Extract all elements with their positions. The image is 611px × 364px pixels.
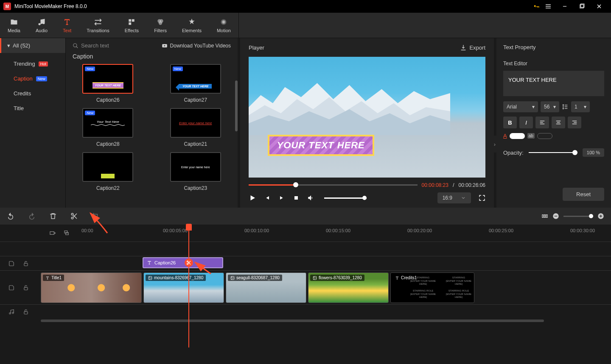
lock-track-icon[interactable] — [23, 261, 29, 267]
chevron-down-icon: ▾ — [532, 104, 535, 110]
svg-rect-64 — [24, 311, 28, 314]
player-progress-bar[interactable] — [249, 184, 418, 186]
template-caption26[interactable]: New YOUR TEXT HERE Caption26 — [73, 64, 143, 103]
align-left-button[interactable] — [535, 117, 549, 128]
sidebar-item-title[interactable]: Title — [0, 101, 65, 116]
tab-transitions[interactable]: Transitions — [79, 13, 117, 38]
gallery-section-title: Caption — [66, 53, 238, 64]
aspect-ratio-dropdown[interactable]: 16:9 — [437, 192, 471, 203]
lock-track-icon[interactable] — [23, 309, 29, 315]
folder-icon — [10, 18, 18, 26]
lock-track-icon[interactable] — [23, 285, 29, 291]
text-icon — [147, 260, 152, 265]
svg-point-63 — [12, 312, 14, 314]
close-button[interactable] — [596, 3, 608, 10]
video-clip-credits1[interactable]: Credits1 STARRING[ENTER YOUR NAME HERE]S… — [390, 272, 474, 303]
svg-rect-50 — [24, 263, 28, 266]
tab-elements[interactable]: Elements — [174, 13, 209, 38]
tab-motion[interactable]: Motion — [209, 13, 238, 38]
save-track-icon[interactable] — [8, 285, 14, 291]
video-clip-mountains[interactable]: mountains-8326967_1280 — [143, 272, 224, 303]
music-icon — [37, 18, 46, 26]
tab-effects[interactable]: Effects — [117, 13, 146, 38]
volume-slider[interactable] — [324, 197, 367, 199]
add-track-icon[interactable] — [49, 230, 56, 236]
maximize-button[interactable] — [579, 3, 591, 9]
stop-button[interactable] — [293, 195, 300, 201]
track-layers-icon[interactable] — [64, 230, 70, 236]
reset-button[interactable]: Reset — [563, 188, 604, 201]
delete-button[interactable] — [49, 212, 57, 220]
timeline-scrollbar[interactable] — [0, 319, 611, 323]
sidebar-item-caption[interactable]: Caption New — [0, 71, 65, 86]
svg-point-57 — [149, 277, 150, 278]
key-icon[interactable] — [533, 3, 540, 10]
sidebar-all-header[interactable]: ▾ All (52) — [0, 38, 65, 53]
tab-text[interactable]: Text — [55, 13, 79, 38]
gallery-scrollbar[interactable] — [235, 81, 238, 131]
chevron-down-icon: ▾ — [584, 104, 586, 110]
progress-handle[interactable] — [293, 182, 298, 187]
menu-icon[interactable] — [545, 3, 557, 10]
minimize-button[interactable] — [562, 3, 574, 9]
highlight-color-icon: ab — [527, 133, 535, 139]
text-color-swatch[interactable] — [510, 133, 525, 139]
music-track-icon[interactable] — [8, 309, 14, 315]
text-content-input[interactable] — [503, 71, 604, 96]
prev-frame-button[interactable] — [264, 195, 271, 201]
template-caption21[interactable]: Enter your name here Caption21 — [160, 108, 231, 147]
sidebar-item-credits[interactable]: Credits — [0, 86, 65, 101]
svg-point-59 — [232, 277, 233, 278]
font-dropdown[interactable]: Arial ▾ — [503, 101, 538, 112]
video-clip-seagull[interactable]: seagull-8320687_1280 — [226, 272, 306, 303]
zoom-out-button[interactable] — [552, 213, 559, 220]
save-track-icon[interactable] — [8, 261, 14, 267]
new-badge: New — [85, 111, 95, 115]
bold-button[interactable]: B — [503, 117, 517, 128]
highlight-color-swatch[interactable] — [537, 133, 552, 139]
fit-timeline-icon[interactable] — [541, 213, 548, 220]
collapse-panel-button[interactable]: › — [493, 136, 496, 153]
zoom-handle[interactable] — [589, 214, 593, 218]
timeline-ruler[interactable]: 00:00 00:00:05:00 00:00:10:00 00:00:15:0… — [81, 225, 611, 242]
template-caption27[interactable]: New YOUR TEXT HERE Caption27 — [160, 64, 231, 103]
video-clip-flowers[interactable]: flowers-8763039_1280 — [308, 272, 389, 303]
tab-media[interactable]: Media — [0, 13, 28, 38]
time-total: 00:00:26:06 — [459, 182, 485, 188]
template-caption22[interactable]: Caption22 — [73, 152, 143, 191]
line-spacing-dropdown[interactable]: 1 ▾ — [571, 101, 590, 112]
tab-filters[interactable]: Filters — [146, 13, 174, 38]
new-badge: New — [36, 76, 47, 81]
caption-overlay[interactable]: YOUR TEXT HERE — [268, 135, 374, 156]
italic-button[interactable]: I — [519, 117, 533, 128]
tab-audio[interactable]: Audio — [28, 13, 55, 38]
playhead[interactable] — [188, 225, 189, 347]
opacity-slider[interactable] — [529, 152, 577, 153]
next-frame-button[interactable] — [278, 195, 285, 201]
volume-icon[interactable] — [307, 194, 315, 202]
opacity-handle[interactable] — [572, 150, 577, 155]
player-title: Player — [249, 44, 264, 51]
split-button[interactable] — [70, 212, 78, 220]
chevron-down-icon — [461, 195, 466, 200]
template-caption23[interactable]: Enter your name here Caption23 — [160, 152, 231, 191]
zoom-in-button[interactable] — [597, 213, 604, 220]
volume-handle[interactable] — [362, 196, 367, 200]
fullscreen-button[interactable] — [479, 195, 485, 201]
player-viewport[interactable]: YOUR TEXT HERE — [249, 57, 485, 178]
play-button[interactable] — [249, 194, 256, 202]
sidebar-item-trending[interactable]: Trending Hot — [0, 56, 65, 71]
search-input[interactable]: Search text — [73, 42, 109, 49]
redo-button[interactable] — [28, 212, 36, 220]
template-caption28[interactable]: New Your Text Here Caption28 — [73, 108, 143, 147]
video-clip-title1[interactable]: Title1 — [41, 272, 142, 303]
zoom-slider[interactable] — [563, 216, 593, 217]
export-button[interactable]: Export — [460, 44, 485, 51]
align-right-button[interactable] — [568, 117, 581, 128]
category-sidebar: ▾ All (52) Trending Hot Caption New Cred… — [0, 38, 66, 208]
font-size-dropdown[interactable]: 56 ▾ — [541, 101, 559, 112]
timeline: 00:00 00:00:05:00 00:00:10:00 00:00:15:0… — [0, 208, 611, 364]
undo-button[interactable] — [7, 212, 14, 220]
download-youtube-link[interactable]: Download YouTube Videos — [162, 43, 231, 49]
align-center-button[interactable] — [552, 117, 565, 128]
